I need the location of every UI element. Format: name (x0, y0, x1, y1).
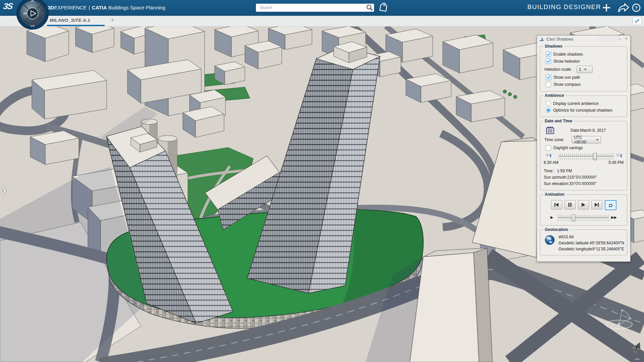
date-row: Date:March 8, 2017 (546, 126, 624, 134)
calendar-icon[interactable] (546, 126, 554, 134)
latitude-row: Geodetic latitude 45°28'59.642400"N (558, 241, 624, 245)
ambience-option-row[interactable]: Display current ambience (546, 101, 624, 106)
shadows-group: Shadows Enable shadows Show heliodon Hel… (540, 46, 627, 92)
sunrise-time-label: 6:30 AM (544, 160, 558, 165)
cast-shadows-icon (539, 37, 544, 42)
sun-azimuth-value: Sun azimuth:215°3'0.000000" (544, 175, 624, 180)
skip-to-end-button[interactable] (591, 200, 602, 209)
add-icon[interactable] (601, 3, 611, 13)
search-icon[interactable] (365, 4, 374, 11)
show-compass-row[interactable]: Show compass (546, 82, 624, 87)
time-zone-label: Time zone: (544, 137, 564, 142)
tab-milano-site[interactable]: MILANO_SITE A.1 (50, 18, 90, 23)
fast-speed-icon: ▶▶ (611, 215, 617, 220)
svg-text:?: ? (635, 5, 638, 10)
animation-slider-handle[interactable] (572, 214, 575, 222)
sun-elevation-value: Sun elevation:33°0'0.000000" (544, 181, 624, 186)
dropdown-caret-icon (584, 69, 587, 70)
datum-row: WGS 84 (558, 235, 624, 239)
sunset-icon: ☼⇓ (615, 152, 620, 157)
longitude-value: 9°11'35.246400"E (592, 247, 624, 251)
search-input[interactable] (259, 5, 365, 10)
time-row: Time: 1:59 PM (544, 169, 624, 173)
app-title: BUILDING DESIGNER (527, 3, 601, 11)
new-tab-button[interactable]: + (111, 17, 114, 24)
cast-shadows-panel: Cast Shadows – × Shadows Enable shadows … (537, 35, 631, 262)
show-heliodon-row[interactable]: Show heliodon (546, 59, 624, 64)
show-compass-label: Show compass (553, 82, 581, 87)
enable-shadows-row[interactable]: Enable shadows (546, 52, 624, 57)
optimize-conceptual-shadows-label: Optimize for conceptual shadows (553, 108, 612, 113)
daylight-savings-checkbox[interactable] (546, 145, 551, 150)
3ds-logo-icon[interactable]: 3S (3, 1, 13, 11)
datum-value: WGS 84 (558, 235, 574, 239)
minimize-button[interactable]: – (618, 36, 623, 41)
foreground-building (410, 248, 492, 362)
ambience-group-title: Ambience (543, 93, 566, 98)
time-slider-track[interactable] (558, 154, 613, 160)
time-zone-row: Time zone: UTC +00:00 (544, 136, 624, 143)
brand-app-name: Buildings Space Planning (108, 5, 165, 10)
3dexperience-compass[interactable]: 3D i V.R (16, 0, 49, 29)
heliodon-scale-value: 1 (579, 67, 581, 72)
date-value: Date:March 8, 2017 (571, 128, 606, 133)
latitude-label: Geodetic latitude (558, 241, 590, 245)
date-time-group-title: Date and Time (543, 119, 574, 123)
compass-south-label: V.R (31, 24, 35, 27)
tag-icon[interactable] (377, 2, 390, 13)
close-button[interactable]: × (624, 36, 629, 41)
animation-speed-slider: ▶ ▶▶ (550, 214, 622, 222)
animation-slider-track[interactable] (558, 215, 609, 221)
animation-group: Animation ▶ ▶▶ (540, 194, 627, 226)
show-compass-checkbox[interactable] (546, 82, 551, 87)
brand-catia: CATIA (92, 5, 107, 10)
application-window: 3S 3DEXPERIENCE|CATIA Buildings Space Pl… (0, 0, 644, 362)
time-zone-dropdown[interactable]: UTC +00:00 (572, 136, 601, 143)
compass-west-label: 3D (23, 12, 27, 15)
slow-speed-icon: ▶ (550, 215, 553, 220)
display-current-ambience-label: Display current ambience (553, 101, 598, 106)
time-label: Time: (544, 169, 554, 173)
brand-experience: EXPERIENCE (54, 5, 87, 10)
show-sun-path-label: Show sun path (553, 75, 580, 80)
longitude-row: Geodetic longitude 9°11'35.246400"E (558, 247, 624, 251)
panel-drag-area[interactable] (598, 36, 620, 42)
daylight-savings-label: Daylight savings (553, 145, 583, 150)
date-time-group: Date and Time Date:March 8, 2017 Time zo… (540, 121, 627, 190)
left-panel-expander[interactable] (0, 184, 7, 197)
search-box[interactable] (256, 4, 374, 12)
show-heliodon-label: Show heliodon (553, 59, 580, 64)
enable-shadows-label: Enable shadows (553, 52, 583, 57)
time-slider-handle[interactable] (593, 153, 597, 160)
time-value: 1:59 PM (557, 169, 572, 173)
enable-shadows-checkbox[interactable] (546, 52, 551, 57)
time-zone-value: UTC +00:00 (574, 135, 593, 144)
time-of-day-slider: ☼⇑ ☼⇓ 6:30 AM 5:45 PM (543, 152, 624, 167)
geolocation-group: Geolocation WGS 84 Geodetic latitude 45°… (540, 230, 627, 255)
top-bar: 3S 3DEXPERIENCE|CATIA Buildings Space Pl… (0, 0, 644, 16)
heliodon-scale-dropdown[interactable]: 1 (577, 66, 593, 73)
ambience-option-row[interactable]: Optimize for conceptual shadows (546, 108, 624, 113)
show-heliodon-checkbox[interactable] (546, 59, 551, 64)
brand-separator: | (89, 5, 90, 10)
help-icon[interactable]: ? (631, 3, 641, 13)
daylight-savings-row[interactable]: Daylight savings (546, 145, 624, 150)
skip-to-start-button[interactable] (551, 200, 562, 209)
globe-icon (544, 235, 555, 245)
optimize-conceptual-shadows-radio[interactable] (546, 108, 551, 113)
collapse-viewport-button[interactable] (633, 17, 642, 25)
panel-header[interactable]: Cast Shadows – × (537, 36, 630, 43)
sunset-time-label: 5:45 PM (608, 160, 624, 165)
latitude-value: 45°28'59.642400"N (590, 241, 624, 245)
share-icon[interactable] (616, 3, 630, 13)
display-current-ambience-radio[interactable] (546, 101, 551, 106)
loop-button[interactable] (605, 200, 616, 210)
pause-button[interactable] (565, 200, 576, 209)
action-bar-expander[interactable]: ︿ (635, 355, 640, 362)
play-button[interactable] (578, 200, 589, 209)
show-sun-path-row[interactable]: Show sun path (546, 75, 624, 80)
mouse-cursor (632, 341, 642, 353)
show-sun-path-checkbox[interactable] (546, 75, 551, 80)
sunrise-icon: ☼⇑ (545, 152, 550, 157)
animation-buttons (543, 200, 624, 210)
